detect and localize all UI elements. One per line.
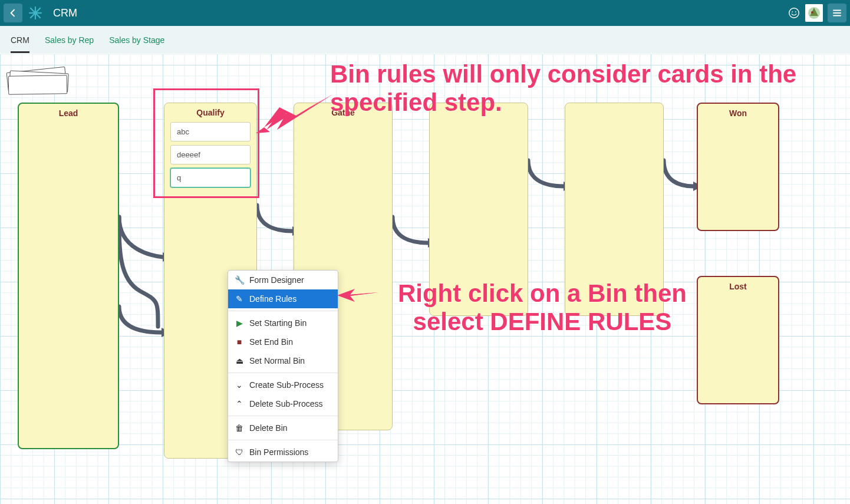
shield-icon: 🛡 — [235, 447, 243, 457]
svg-point-7 — [795, 11, 796, 12]
chevron-down-icon: ⌄ — [235, 380, 243, 390]
connector-arrow — [117, 304, 170, 341]
bin-won[interactable]: Won — [697, 103, 779, 231]
tab-sales-by-rep[interactable]: Sales by Rep — [45, 27, 94, 53]
menu-item-label: Set Normal Bin — [249, 356, 305, 365]
wrench-icon: 🔧 — [235, 275, 243, 285]
workflow-canvas[interactable]: Lead Qualify abc deeeef q Gathe Won Lost… — [0, 54, 850, 504]
menu-item-label: Set End Bin — [249, 337, 293, 347]
menu-set-end-bin[interactable]: ■ Set End Bin — [228, 332, 338, 351]
menu-item-label: Delete Sub-Process — [249, 399, 323, 409]
tab-sales-by-stage[interactable]: Sales by Stage — [109, 27, 164, 53]
card-item[interactable]: deeeef — [170, 145, 251, 164]
menu-form-designer[interactable]: 🔧 Form Designer — [228, 271, 338, 289]
user-avatar[interactable] — [805, 4, 823, 22]
feedback-icon[interactable] — [788, 6, 800, 19]
chevron-up-icon: ⌃ — [235, 399, 243, 409]
menu-item-label: Form Designer — [249, 275, 304, 285]
bin-title: Qualify — [170, 108, 251, 117]
menu-button[interactable] — [828, 4, 846, 22]
card-item[interactable]: q — [170, 168, 251, 187]
svg-point-10 — [811, 11, 813, 14]
trash-icon: 🗑 — [235, 423, 243, 433]
back-button[interactable] — [4, 4, 22, 22]
menu-item-label: Delete Bin — [249, 423, 288, 433]
stop-icon: ■ — [235, 337, 243, 347]
bin-title: Won — [704, 108, 772, 118]
card-item[interactable]: abc — [170, 122, 251, 141]
bin-column-5[interactable] — [565, 103, 664, 316]
bin-lost[interactable]: Lost — [697, 276, 779, 404]
menu-item-label: Create Sub-Process — [249, 380, 324, 390]
topbar-left: CRM — [4, 2, 77, 24]
bin-column-4[interactable] — [429, 103, 528, 316]
menu-delete-bin[interactable]: 🗑 Delete Bin — [228, 419, 338, 437]
bin-title — [436, 108, 522, 117]
menu-create-subprocess[interactable]: ⌄ Create Sub-Process — [228, 375, 338, 394]
card-deck-icon[interactable] — [6, 67, 71, 95]
menu-item-label: Bin Permissions — [249, 447, 308, 457]
menu-item-label: Set Starting Bin — [249, 318, 307, 328]
eject-icon: ⏏ — [235, 356, 243, 365]
menu-separator — [228, 373, 338, 373]
context-menu: 🔧 Form Designer ✎ Define Rules ▶ Set Sta… — [228, 270, 338, 462]
menu-define-rules[interactable]: ✎ Define Rules — [228, 289, 338, 308]
bin-title: Gathe — [300, 108, 386, 117]
tab-crm[interactable]: CRM — [11, 27, 29, 53]
menu-delete-subprocess[interactable]: ⌃ Delete Sub-Process — [228, 394, 338, 413]
svg-point-6 — [792, 11, 793, 12]
menu-separator — [228, 311, 338, 311]
bin-title: Lost — [704, 282, 772, 291]
app-logo-icon — [25, 2, 46, 24]
tab-row: CRM Sales by Rep Sales by Stage — [0, 26, 850, 54]
bin-title: Lead — [25, 108, 112, 118]
menu-separator — [228, 416, 338, 416]
svg-point-5 — [789, 8, 799, 18]
bin-lead[interactable]: Lead — [18, 103, 119, 449]
play-icon: ▶ — [235, 318, 243, 328]
menu-bin-permissions[interactable]: 🛡 Bin Permissions — [228, 443, 338, 462]
menu-set-starting-bin[interactable]: ▶ Set Starting Bin — [228, 314, 338, 332]
topbar-right — [788, 4, 846, 22]
topbar: CRM — [0, 0, 850, 26]
menu-item-label: Define Rules — [249, 294, 296, 304]
menu-set-normal-bin[interactable]: ⏏ Set Normal Bin — [228, 351, 338, 370]
app-title: CRM — [53, 7, 77, 19]
menu-separator — [228, 440, 338, 440]
bin-title — [571, 108, 657, 117]
pencil-icon: ✎ — [235, 294, 243, 304]
